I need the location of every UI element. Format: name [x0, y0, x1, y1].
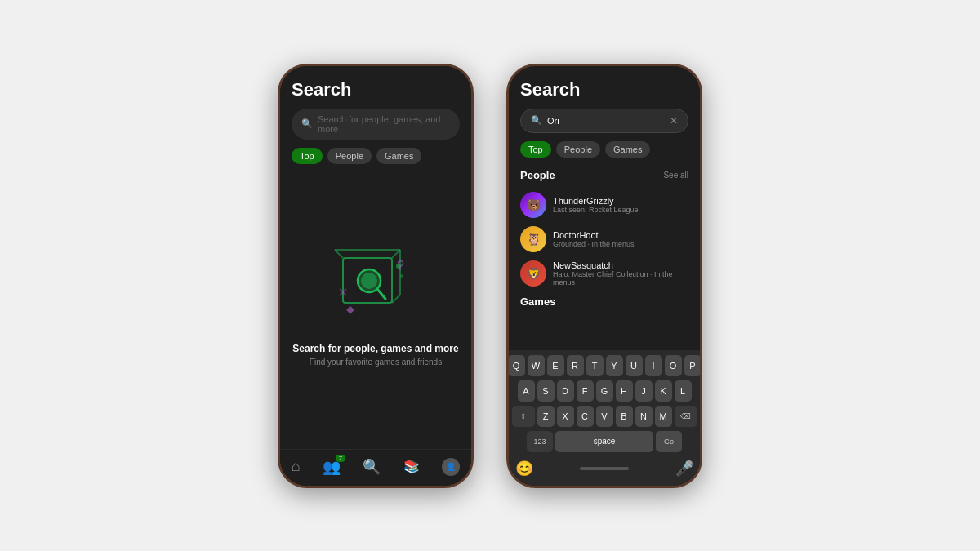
left-bottom-nav: ⌂ 👥 7 🔍 📚 👤 — [280, 449, 471, 486]
empty-subtitle: Find your favorite games and friends — [310, 358, 442, 367]
home-icon: ⌂ — [292, 458, 301, 475]
doctor-name: DoctorHoot — [553, 230, 688, 240]
profile-avatar: 👤 — [442, 458, 460, 476]
tab-top-right[interactable]: Top — [520, 141, 551, 158]
right-search-bar[interactable]: 🔍 Ori ✕ — [520, 109, 688, 133]
nav-library[interactable]: 📚 — [403, 459, 420, 474]
key-space[interactable]: space — [555, 431, 653, 452]
key-k[interactable]: K — [655, 380, 672, 402]
thunder-avatar-img: 🐻 — [520, 192, 546, 218]
right-phone: Search 🔍 Ori ✕ Top People Games Peo — [506, 64, 702, 488]
search-nav-icon: 🔍 — [363, 458, 381, 476]
key-y[interactable]: Y — [606, 355, 623, 376]
key-u[interactable]: U — [626, 355, 643, 376]
key-g[interactable]: G — [596, 380, 613, 402]
key-t[interactable]: T — [586, 355, 604, 376]
key-d[interactable]: D — [557, 380, 574, 402]
key-v[interactable]: V — [596, 406, 613, 427]
tab-games-right[interactable]: Games — [605, 141, 650, 158]
tab-games-left[interactable]: Games — [376, 148, 421, 164]
key-q[interactable]: Q — [509, 355, 525, 376]
key-a[interactable]: A — [518, 380, 535, 402]
emoji-key[interactable]: 😊 — [515, 460, 533, 478]
svg-line-3 — [392, 295, 400, 303]
tab-top-left[interactable]: Top — [292, 148, 323, 164]
key-s[interactable]: S — [537, 380, 555, 402]
thunder-info: ThunderGrizzly Last seen: Rocket League — [553, 196, 688, 214]
person-item-sasquatch[interactable]: 🦁 NewSasquatch Halo: Master Chief Collec… — [520, 256, 688, 291]
key-go[interactable]: Go — [656, 431, 682, 452]
key-z[interactable]: Z — [537, 406, 555, 427]
svg-line-8 — [377, 289, 385, 299]
key-l[interactable]: L — [675, 380, 692, 402]
key-r[interactable]: R — [567, 355, 584, 376]
empty-title: Search for people, games and more — [292, 343, 458, 354]
friends-badge: 7 — [336, 455, 345, 462]
key-n[interactable]: N — [635, 406, 653, 427]
right-screen: Search 🔍 Ori ✕ Top People Games Peo — [509, 66, 700, 486]
key-nums[interactable]: 123 — [527, 431, 553, 452]
svg-line-1 — [335, 250, 343, 258]
tab-people-right[interactable]: People — [556, 141, 600, 158]
search-icon: 🔍 — [301, 118, 313, 129]
sasquatch-info: NewSasquatch Halo: Master Chief Collecti… — [553, 260, 688, 287]
left-search-bar[interactable]: 🔍 Search for people, games, and more — [292, 109, 460, 140]
key-i[interactable]: I — [645, 355, 662, 376]
keyboard-row-3: ⇧ Z X C V B N M ⌫ — [512, 406, 697, 427]
keyboard-row-1: Q W E R T Y U I O P — [512, 355, 697, 376]
right-screen-content: Search 🔍 Ori ✕ Top People Games Peo — [509, 66, 700, 350]
key-w[interactable]: W — [528, 355, 545, 376]
left-screen: Search 🔍 Search for people, games, and m… — [280, 66, 471, 486]
doctor-avatar-img: 🦉 — [520, 226, 546, 252]
mic-key[interactable]: 🎤 — [675, 460, 693, 478]
nav-search[interactable]: 🔍 — [363, 458, 381, 476]
doctor-info: DoctorHoot Grounded · In the menus — [553, 230, 688, 248]
library-icon: 📚 — [403, 459, 420, 474]
empty-state: ? Search for people, games and more Find… — [292, 176, 460, 449]
clear-search-button[interactable]: ✕ — [670, 115, 678, 127]
search-active-icon: 🔍 — [531, 115, 542, 126]
svg-rect-12 — [346, 305, 354, 313]
search-input-value[interactable]: Ori — [547, 116, 665, 126]
key-j[interactable]: J — [635, 380, 653, 402]
sasquatch-avatar-img: 🦁 — [520, 260, 546, 287]
key-f[interactable]: F — [577, 380, 594, 402]
people-section-title: People — [520, 169, 555, 181]
key-o[interactable]: O — [665, 355, 682, 376]
sasquatch-name: NewSasquatch — [553, 260, 688, 270]
profile-icon: 👤 — [446, 462, 456, 471]
tab-people-left[interactable]: People — [327, 148, 372, 164]
nav-profile[interactable]: 👤 — [442, 458, 460, 476]
key-x[interactable]: X — [557, 406, 574, 427]
person-item-doctor[interactable]: 🦉 DoctorHoot Grounded · In the menus — [520, 222, 688, 256]
key-shift[interactable]: ⇧ — [512, 406, 535, 427]
doctor-status: Grounded · In the menus — [553, 240, 688, 248]
key-c[interactable]: C — [577, 406, 594, 427]
people-section-header: People See all — [520, 169, 688, 181]
nav-friends[interactable]: 👥 7 — [323, 458, 341, 476]
keyboard-row-2: A S D F G H J K L — [512, 380, 697, 402]
key-e[interactable]: E — [547, 355, 564, 376]
people-section: People See all 🐻 ThunderGrizzly Last see… — [520, 169, 688, 350]
key-b[interactable]: B — [616, 406, 633, 427]
key-backspace[interactable]: ⌫ — [675, 406, 697, 427]
right-filter-tabs: Top People Games — [520, 141, 688, 158]
sasquatch-avatar: 🦁 — [520, 260, 546, 287]
games-section-label: Games — [520, 295, 688, 308]
svg-point-10 — [400, 274, 403, 278]
left-phone: Search 🔍 Search for people, games, and m… — [278, 64, 474, 488]
bottom-indicator — [580, 467, 629, 470]
thunder-name: ThunderGrizzly — [553, 196, 688, 206]
see-all-button[interactable]: See all — [663, 171, 688, 180]
key-p[interactable]: P — [684, 355, 701, 376]
nav-home[interactable]: ⌂ — [292, 458, 301, 475]
search-illustration: ? — [327, 233, 425, 331]
key-m[interactable]: M — [655, 406, 672, 427]
thunder-status: Last seen: Rocket League — [553, 206, 688, 214]
sasquatch-status: Halo: Master Chief Collection · In the m… — [553, 270, 688, 287]
doctor-avatar: 🦉 — [520, 226, 546, 252]
search-placeholder: Search for people, games, and more — [318, 114, 450, 134]
phones-container: Search 🔍 Search for people, games, and m… — [278, 64, 702, 488]
key-h[interactable]: H — [616, 380, 633, 402]
person-item-thunder[interactable]: 🐻 ThunderGrizzly Last seen: Rocket Leagu… — [520, 188, 688, 222]
